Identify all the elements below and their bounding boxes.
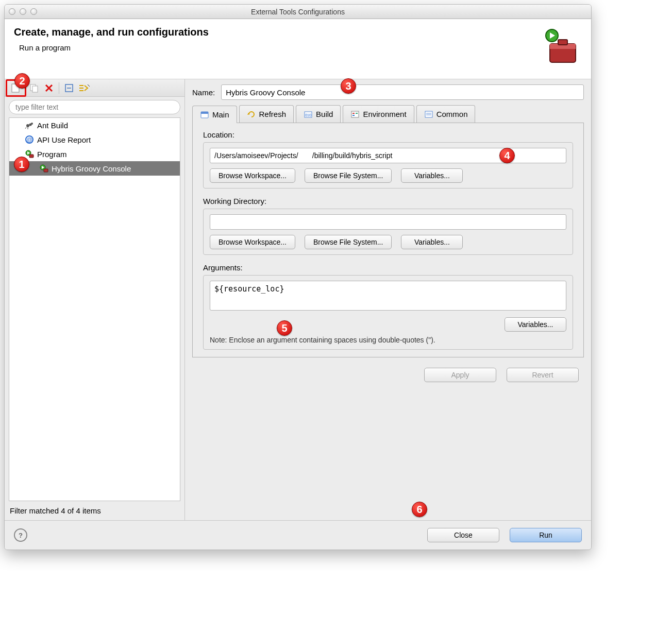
tree-item-program[interactable]: Program [9, 147, 180, 161]
annotation-badge-3: 3 [341, 78, 356, 94]
working-directory-group: Working Directory: Browse Workspace... B… [200, 197, 576, 255]
tree-item-hybris-groovy-console[interactable]: Hybris Groovy Console [9, 161, 180, 176]
program-icon [25, 149, 34, 159]
location-browse-workspace-button[interactable]: Browse Workspace... [210, 168, 295, 183]
tree-item-ant-build[interactable]: Ant Build [9, 118, 180, 132]
working-directory-label: Working Directory: [203, 197, 573, 205]
svg-text:010: 010 [305, 113, 311, 117]
minimize-window-button[interactable] [20, 8, 26, 15]
banner: Create, manage, and run configurations R… [5, 19, 591, 79]
tree-item-label: Ant Build [37, 121, 68, 130]
window-title: External Tools Configurations [5, 8, 591, 16]
tab-label: Refresh [259, 110, 287, 118]
arguments-input[interactable] [210, 281, 566, 311]
run-button[interactable]: Run [510, 528, 582, 542]
config-tree[interactable]: Ant Build @ API Use Report Program Hybri… [9, 117, 180, 501]
annotation-badge-6: 6 [412, 502, 427, 517]
environment-tab-icon [350, 110, 360, 119]
svg-point-11 [26, 124, 29, 127]
svg-rect-8 [32, 86, 38, 92]
right-panel: Name: Main Refresh 010 Build E [185, 79, 591, 520]
tab-label: Build [316, 110, 333, 118]
banner-icon [541, 26, 582, 67]
toolbar [5, 79, 184, 97]
svg-rect-33 [425, 111, 432, 117]
filter-button[interactable] [77, 81, 91, 95]
left-panel: Ant Build @ API Use Report Program Hybri… [5, 79, 185, 520]
close-window-button[interactable] [9, 8, 15, 15]
name-input[interactable] [221, 84, 584, 100]
location-group: Location: Browse Workspace... Browse Fil… [200, 130, 576, 188]
svg-point-13 [31, 123, 33, 125]
svg-text:@: @ [27, 136, 32, 143]
build-tab-icon: 010 [304, 110, 313, 119]
close-button[interactable]: Close [427, 528, 499, 542]
delete-config-button[interactable] [42, 81, 56, 95]
dialog-window: External Tools Configurations Create, ma… [4, 4, 592, 550]
banner-heading: Create, manage, and run configurations [14, 26, 209, 38]
annotation-badge-4: 4 [499, 148, 515, 163]
content: Ant Build @ API Use Report Program Hybri… [5, 79, 591, 520]
tab-common[interactable]: Common [416, 105, 476, 123]
common-tab-icon [424, 110, 433, 119]
titlebar: External Tools Configurations [5, 5, 591, 19]
tab-build[interactable]: 010 Build [296, 105, 341, 123]
zoom-window-button[interactable] [30, 8, 37, 15]
tab-bar: Main Refresh 010 Build Environment Commo… [192, 105, 584, 123]
annotation-badge-2: 2 [14, 73, 30, 89]
svg-rect-30 [352, 113, 355, 114]
tab-main[interactable]: Main [192, 106, 237, 123]
tree-item-label: API Use Report [37, 135, 91, 144]
svg-line-14 [25, 127, 26, 129]
tab-environment[interactable]: Environment [343, 105, 414, 123]
collapse-all-button[interactable] [62, 81, 76, 95]
arguments-note: Note: Enclose an argument containing spa… [210, 336, 566, 344]
workdir-variables-button[interactable]: Variables... [401, 235, 463, 249]
tab-label: Main [212, 110, 229, 119]
program-icon [39, 164, 48, 173]
apply-revert-row: Apply Revert [192, 357, 584, 384]
arguments-label: Arguments: [203, 263, 573, 272]
location-label: Location: [203, 130, 573, 139]
tree-item-api-use-report[interactable]: @ API Use Report [9, 132, 180, 147]
refresh-tab-icon [247, 110, 256, 119]
working-directory-input[interactable] [210, 214, 566, 230]
svg-rect-23 [44, 169, 48, 172]
filter-status: Filter matched 4 of 4 items [5, 501, 184, 520]
at-icon: @ [25, 135, 34, 144]
annotation-badge-5: 5 [277, 320, 292, 336]
tab-label: Environment [363, 110, 406, 118]
footer: ? Close Run [5, 520, 591, 550]
workdir-browse-workspace-button[interactable]: Browse Workspace... [210, 235, 295, 249]
revert-button[interactable]: Revert [507, 368, 579, 382]
svg-rect-31 [356, 113, 358, 114]
svg-rect-20 [29, 155, 33, 158]
apply-button[interactable]: Apply [424, 368, 496, 382]
location-browse-filesystem-button[interactable]: Browse File System... [305, 168, 392, 183]
name-label: Name: [192, 88, 215, 97]
arguments-group: Arguments: Variables... Note: Enclose an… [200, 263, 576, 350]
svg-rect-32 [352, 115, 355, 116]
arguments-variables-button[interactable]: Variables... [505, 317, 566, 332]
tree-item-label: Hybris Groovy Console [52, 164, 131, 173]
tab-body-main: Location: Browse Workspace... Browse Fil… [192, 123, 584, 357]
workdir-browse-filesystem-button[interactable]: Browse File System... [305, 235, 392, 249]
toolbar-separator [59, 82, 59, 94]
svg-rect-2 [558, 40, 567, 45]
main-tab-icon [200, 110, 209, 119]
tab-label: Common [436, 110, 468, 118]
svg-rect-29 [351, 111, 359, 117]
tree-item-label: Program [37, 150, 67, 159]
ant-icon [25, 121, 34, 130]
window-controls [9, 8, 37, 15]
location-variables-button[interactable]: Variables... [401, 168, 463, 183]
banner-subheading: Run a program [19, 43, 209, 52]
svg-rect-25 [201, 112, 208, 114]
tab-refresh[interactable]: Refresh [239, 105, 294, 123]
annotation-badge-1: 1 [14, 157, 29, 172]
help-button[interactable]: ? [14, 528, 27, 542]
filter-input[interactable] [9, 100, 180, 114]
